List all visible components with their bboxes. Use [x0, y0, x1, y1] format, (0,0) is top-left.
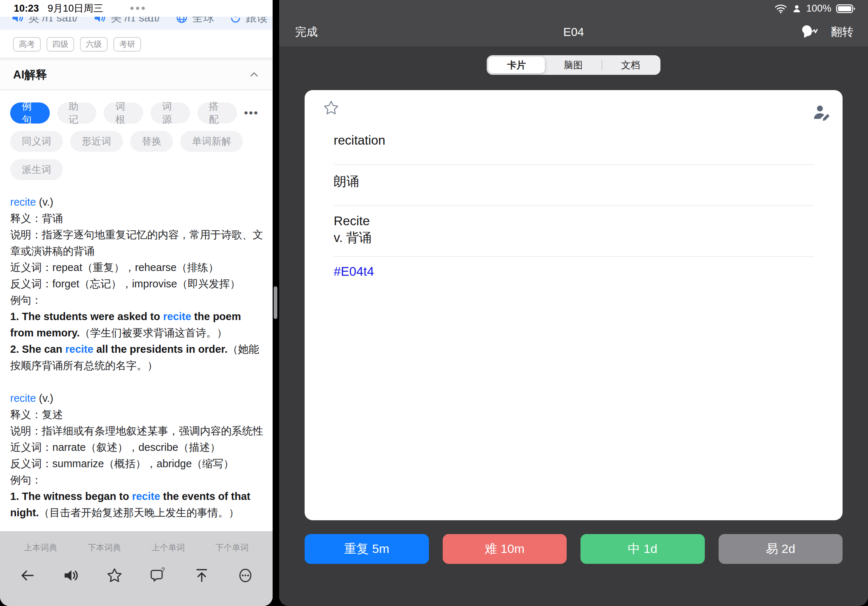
- tab-mindmap[interactable]: 脑图: [545, 57, 601, 73]
- explanation-line: 说明：指逐字逐句地重复记忆的内容，常用于诗歌、文章或演讲稿的背诵: [10, 227, 267, 260]
- svg-text:?: ?: [161, 567, 165, 573]
- flashcard: recitation 朗诵 Recite v. 背诵 #E04t4: [305, 90, 843, 520]
- chevron-up-icon[interactable]: [249, 70, 259, 80]
- chip-mnemonic[interactable]: 助记: [57, 102, 97, 124]
- chip-similar-words[interactable]: 形近词: [70, 131, 123, 152]
- star-icon: [106, 567, 123, 584]
- clock-time: 10:23: [14, 3, 39, 14]
- card-front-word: recitation: [334, 133, 814, 165]
- exam-tag: 考研: [113, 37, 141, 52]
- next-dictionary-button[interactable]: 下本词典: [73, 542, 137, 553]
- pronounce-button[interactable]: [61, 566, 81, 585]
- again-button[interactable]: 重复 5m: [305, 534, 429, 564]
- definition-area: recite (v.) 释义：背诵 说明：指逐字逐句地重复记忆的内容，常用于诗歌…: [0, 194, 273, 521]
- meaning-line: 释义：复述: [10, 407, 267, 423]
- section-separator: [0, 57, 273, 60]
- examples-label: 例句：: [10, 472, 267, 488]
- uk-phonetic: 英 /rɪˈsaɪt/: [28, 17, 78, 25]
- card-back-definition: Recite v. 背诵: [334, 206, 814, 257]
- definition-block: recite (v.) 释义：复述 说明：指详细或有条理地叙述某事，强调内容的系…: [10, 390, 267, 521]
- speak-card-icon[interactable]: [801, 24, 818, 40]
- card-tag-row: #E04t4: [334, 257, 814, 279]
- battery-percent: 100%: [806, 3, 831, 14]
- explanation-line: 说明：指详细或有条理地叙述某事，强调内容的系统性: [10, 423, 267, 439]
- chip-etymology[interactable]: 词源: [150, 102, 190, 124]
- good-button[interactable]: 中 1d: [580, 534, 705, 564]
- chip-derivatives[interactable]: 派生词: [10, 159, 63, 180]
- chip-example-sentence[interactable]: 例句: [10, 102, 50, 124]
- card-translation: 朗诵: [334, 165, 814, 206]
- chip-synonyms[interactable]: 同义词: [10, 131, 63, 152]
- view-segmented-control: 卡片 脑图 文档: [487, 55, 660, 75]
- deck-title: E04: [279, 23, 868, 42]
- split-screen: 10:23 9月10日周三 ••• 英 /rɪˈsaɪt/ 美 /rɪˈsaɪt…: [0, 0, 868, 606]
- flip-button[interactable]: 翻转: [831, 24, 854, 40]
- ai-explanation-header[interactable]: AI解释: [0, 60, 273, 90]
- pronunciation-strip: 英 /rɪˈsaɪt/ 美 /rɪˈsaɪt/ 全球 跟读: [0, 17, 273, 30]
- easy-button[interactable]: 易 2d: [719, 534, 843, 564]
- back-button[interactable]: [17, 566, 37, 585]
- synonyms-line: 近义词：repeat（重复），rehearse（排练）: [10, 260, 267, 276]
- favorite-star-icon[interactable]: [323, 99, 339, 116]
- left-pane-scrollbar[interactable]: [274, 286, 277, 319]
- wifi-icon: [774, 4, 787, 14]
- card-back-pos: v. 背诵: [334, 229, 814, 246]
- review-buttons: 重复 5m 难 10m 中 1d 易 2d: [305, 534, 843, 564]
- speaker-icon: [11, 17, 24, 24]
- dictionary-app-pane: 10:23 9月10日周三 ••• 英 /rɪˈsaɪt/ 美 /rɪˈsaɪt…: [0, 0, 273, 606]
- antonyms-line: 反义词：forget（忘记），improvise（即兴发挥）: [10, 276, 267, 292]
- headword-line[interactable]: recite (v.): [10, 390, 267, 407]
- prev-dictionary-button[interactable]: 上本词典: [9, 542, 73, 553]
- tab-document[interactable]: 文档: [602, 57, 659, 73]
- feedback-button[interactable]: ?: [148, 566, 168, 585]
- arrow-to-top-icon: [193, 567, 211, 584]
- headword-line[interactable]: recite (v.): [10, 194, 267, 210]
- next-word-button[interactable]: 下个单词: [200, 542, 264, 553]
- global-pronunciation-button[interactable]: 全球: [175, 17, 214, 25]
- exam-tag: 高考: [13, 37, 41, 52]
- ai-section-title: AI解释: [13, 67, 47, 82]
- edit-user-icon[interactable]: [812, 103, 831, 122]
- speaker-icon: [93, 17, 106, 24]
- example-sentence: 1. The witness began to recite the event…: [10, 488, 267, 521]
- meaning-line: 释义：背诵: [10, 210, 267, 227]
- antonyms-line: 反义词：summarize（概括），abridge（缩写）: [10, 456, 267, 472]
- example-sentence: 1. The students were asked to recite the…: [10, 308, 267, 341]
- status-bar-right: 100%: [774, 3, 856, 14]
- hard-button[interactable]: 难 10m: [443, 534, 567, 564]
- chip-word-root[interactable]: 词根: [104, 102, 143, 124]
- card-back-word: Recite: [334, 213, 814, 229]
- dictionary-toolbar: 上本词典 下本词典 上个单词 下个单词 ?: [0, 531, 273, 606]
- card-tag-link[interactable]: #E04t4: [334, 264, 374, 278]
- flashcard-nav-bar: 100% 完成 E04 翻转: [279, 0, 868, 46]
- battery-icon: [836, 4, 856, 14]
- us-phonetic: 美 /rɪˈsaɪt/: [110, 17, 160, 25]
- multitask-handle-dots-icon[interactable]: •••: [122, 0, 155, 17]
- follow-read-button[interactable]: 跟读: [229, 17, 268, 25]
- chat-question-icon: ?: [149, 567, 167, 584]
- follow-read-icon: [229, 17, 242, 24]
- favorite-button[interactable]: [105, 566, 124, 585]
- more-chips-icon[interactable]: •••: [244, 107, 259, 119]
- chip-collocation[interactable]: 搭配: [197, 102, 237, 124]
- person-icon: [792, 4, 801, 14]
- flashcard-content: recitation 朗诵 Recite v. 背诵 #E04t4: [305, 90, 843, 279]
- uk-pronunciation-button[interactable]: 英 /rɪˈsaɪt/: [11, 17, 78, 25]
- more-button[interactable]: [236, 566, 255, 585]
- examples-label: 例句：: [10, 292, 267, 308]
- clock-date: 9月10日周三: [48, 2, 103, 15]
- speaker-icon: [62, 567, 79, 584]
- us-pronunciation-button[interactable]: 美 /rɪˈsaɪt/: [93, 17, 160, 25]
- status-bar-left: 10:23 9月10日周三 •••: [0, 0, 273, 17]
- flashcard-app-pane: 100% 完成 E04 翻转 卡片 脑图 文档 recitation: [279, 0, 868, 606]
- more-circle-icon: [237, 567, 254, 584]
- globe-icon: [175, 17, 188, 24]
- scroll-top-button[interactable]: [192, 566, 212, 585]
- definition-block: recite (v.) 释义：背诵 说明：指逐字逐句地重复记忆的内容，常用于诗歌…: [10, 194, 267, 374]
- chip-substitution[interactable]: 替换: [130, 131, 173, 152]
- ai-chips: 例句 助记 词根 词源 搭配 ••• 同义词 形近词 替换 单词新解 派生词: [0, 90, 273, 180]
- tab-card[interactable]: 卡片: [488, 57, 545, 73]
- chip-new-interpretation[interactable]: 单词新解: [180, 131, 243, 152]
- exam-tag: 四级: [46, 37, 74, 52]
- prev-word-button[interactable]: 上个单词: [136, 542, 200, 553]
